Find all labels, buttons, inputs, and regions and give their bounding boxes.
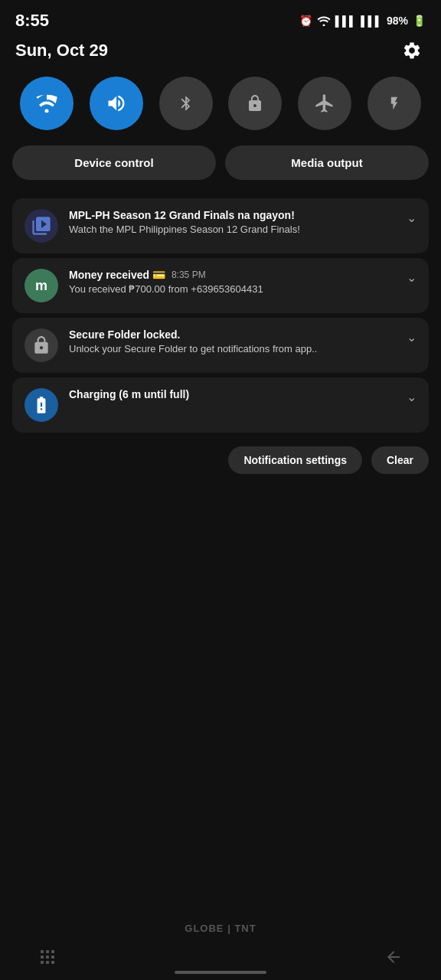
airplane-toggle[interactable]: [298, 77, 351, 130]
back-button[interactable]: [377, 940, 410, 974]
status-icons: ⏰ ▌▌▌ ▌▌▌ 98% 🔋: [299, 15, 426, 27]
bluetooth-toggle[interactable]: [159, 77, 213, 130]
money-content: Money received 💳 8:35 PM You received ₱7…: [69, 269, 396, 296]
charging-chevron: ⌄: [407, 388, 416, 404]
flashlight-toggle[interactable]: [368, 77, 421, 130]
svg-rect-3: [41, 956, 44, 959]
notification-mpl[interactable]: MPL-PH Season 12 Grand Finals na ngayon!…: [12, 198, 429, 253]
money-body: You received ₱700.00 from +639653604431: [69, 283, 396, 296]
charging-title-row: Charging (6 m until full): [69, 388, 396, 400]
money-chevron: ⌄: [407, 269, 416, 285]
alarm-icon: ⏰: [299, 15, 312, 27]
status-bar: 8:55 ⏰ ▌▌▌ ▌▌▌ 98% 🔋: [0, 0, 441, 35]
charging-content: Charging (6 m until full): [69, 388, 396, 403]
secure-folder-title-row: Secure Folder locked.: [69, 328, 396, 341]
control-buttons: Device control Media output: [0, 145, 441, 198]
settings-button[interactable]: [398, 37, 426, 64]
device-control-button[interactable]: Device control: [12, 145, 216, 180]
wifi-icon: [317, 15, 331, 26]
mpl-content: MPL-PH Season 12 Grand Finals na ngayon!…: [69, 209, 396, 237]
svg-rect-8: [51, 961, 54, 964]
wifi-toggle[interactable]: [20, 77, 74, 130]
secure-folder-body: Unlock your Secure Folder to get notific…: [69, 343, 396, 356]
notification-settings-button[interactable]: Notification settings: [228, 446, 362, 474]
signal-bars2-icon: ▌▌▌: [361, 15, 382, 27]
notification-actions: Notification settings Clear: [0, 436, 441, 474]
sound-toggle[interactable]: [90, 77, 143, 130]
mpl-title-row: MPL-PH Season 12 Grand Finals na ngayon!: [69, 209, 396, 221]
secure-folder-icon: [24, 328, 58, 362]
notification-charging[interactable]: Charging (6 m until full) ⌄: [12, 377, 429, 433]
signal-bars-icon: ▌▌▌: [335, 15, 357, 27]
secure-folder-title: Secure Folder locked.: [69, 328, 181, 341]
svg-rect-1: [46, 950, 49, 953]
media-output-button[interactable]: Media output: [225, 145, 429, 180]
date-row: Sun, Oct 29: [0, 35, 441, 77]
battery-icon: 🔋: [413, 15, 426, 27]
money-title-row: Money received 💳 8:35 PM: [69, 269, 396, 281]
notification-money[interactable]: m Money received 💳 8:35 PM You received …: [12, 258, 429, 313]
notifications-list: MPL-PH Season 12 Grand Finals na ngayon!…: [0, 198, 441, 436]
svg-rect-7: [46, 961, 49, 964]
secure-folder-chevron: ⌄: [407, 328, 416, 345]
charging-icon: [24, 388, 58, 422]
money-time: 8:35 PM: [172, 270, 206, 280]
mpl-icon: [24, 209, 58, 243]
money-icon: m: [24, 269, 58, 302]
money-title: Money received 💳: [69, 269, 165, 281]
secure-folder-content: Secure Folder locked. Unlock your Secure…: [69, 328, 396, 356]
svg-rect-0: [41, 950, 44, 953]
mpl-body: Watch the MPL Philippines Season 12 Gran…: [69, 224, 396, 237]
battery-text: 98%: [387, 15, 408, 27]
recent-apps-button[interactable]: [31, 940, 64, 974]
quick-toggles: [0, 77, 441, 145]
svg-rect-4: [46, 956, 49, 959]
home-indicator: [175, 971, 266, 974]
svg-rect-2: [51, 950, 54, 953]
notification-secure-folder[interactable]: Secure Folder locked. Unlock your Secure…: [12, 318, 429, 373]
carrier-text: GLOBE | TNT: [185, 923, 256, 934]
clear-button[interactable]: Clear: [371, 446, 429, 474]
date-text: Sun, Oct 29: [15, 41, 108, 60]
status-time: 8:55: [15, 11, 49, 31]
svg-rect-5: [51, 956, 54, 959]
mpl-chevron: ⌄: [407, 209, 416, 225]
screen-lock-toggle[interactable]: [228, 77, 282, 130]
charging-title: Charging (6 m until full): [69, 388, 189, 400]
mpl-title: MPL-PH Season 12 Grand Finals na ngayon!: [69, 209, 295, 221]
svg-rect-6: [41, 961, 44, 964]
